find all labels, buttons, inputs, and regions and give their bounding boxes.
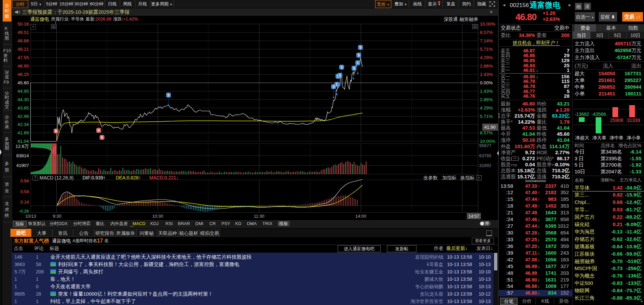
- svg-text:14:00: 14:00: [355, 214, 366, 219]
- svg-text:9:30: 9:30: [53, 214, 61, 219]
- svg-text:42.34: 42.34: [17, 122, 29, 127]
- svg-text:44.30: 44.30: [17, 97, 29, 102]
- svg-text:44.95: 44.95: [17, 89, 29, 94]
- svg-text:4.29%: 4.29%: [480, 55, 493, 60]
- svg-text:95677: 95677: [479, 143, 491, 148]
- svg-text:0.14: 0.14: [20, 200, 29, 205]
- svg-text:S: S: [332, 85, 335, 89]
- svg-text:S: S: [167, 93, 169, 97]
- svg-text:48.86: 48.86: [17, 38, 29, 43]
- svg-text:B: B: [97, 128, 100, 132]
- svg-text:1.43%: 1.43%: [480, 72, 493, 77]
- svg-text:46.90: 46.90: [17, 63, 29, 69]
- svg-text:S: S: [359, 45, 361, 49]
- svg-text:1.43%: 1.43%: [480, 89, 493, 94]
- svg-text:8.57%: 8.57%: [480, 130, 493, 135]
- svg-text:50.16: 50.16: [17, 21, 29, 27]
- svg-text:7.14%: 7.14%: [480, 38, 493, 43]
- svg-text:4.29%: 4.29%: [480, 105, 493, 111]
- svg-text:48.21: 48.21: [17, 47, 29, 52]
- svg-text:10:30: 10:30: [152, 214, 163, 219]
- svg-text:31892: 31892: [479, 163, 491, 168]
- svg-text:41.90: 41.90: [484, 125, 496, 130]
- svg-text:63785: 63785: [479, 153, 491, 158]
- svg-text:5.71%: 5.71%: [480, 114, 493, 119]
- svg-text:83814: 83814: [16, 153, 29, 158]
- svg-text:S: S: [357, 53, 360, 57]
- svg-text:2.86%: 2.86%: [480, 63, 493, 69]
- svg-text:0.94: 0.94: [20, 178, 29, 183]
- svg-text:10/13: 10/13: [25, 214, 36, 219]
- svg-text:12.6万: 12.6万: [15, 144, 29, 149]
- svg-text:42.99: 42.99: [17, 114, 29, 119]
- svg-text:45.60: 45.60: [17, 80, 29, 85]
- svg-text:B: B: [55, 129, 57, 133]
- svg-text:0.00%: 0.00%: [480, 80, 493, 85]
- svg-text:2.86%: 2.86%: [480, 97, 493, 102]
- svg-text:B: B: [101, 135, 103, 139]
- svg-text:49.51: 49.51: [17, 30, 29, 35]
- svg-text:S: S: [340, 65, 343, 69]
- svg-text:14:57: 14:57: [468, 214, 480, 219]
- svg-text:S: S: [353, 66, 355, 70]
- svg-text:5.71%: 5.71%: [480, 47, 493, 52]
- svg-text:47.55: 47.55: [17, 55, 29, 60]
- svg-text:S: S: [339, 73, 341, 77]
- svg-text:46.25: 46.25: [17, 72, 29, 77]
- svg-text:8.57%: 8.57%: [480, 30, 493, 35]
- svg-text:43.65: 43.65: [17, 105, 29, 111]
- svg-text:41907: 41907: [16, 163, 29, 168]
- svg-text:-0.26: -0.26: [19, 209, 29, 214]
- svg-text:41.69: 41.69: [17, 130, 29, 135]
- svg-text:41.04: 41.04: [17, 139, 29, 144]
- svg-text:10.00%: 10.00%: [480, 21, 495, 27]
- svg-text:11:30: 11:30: [254, 214, 264, 219]
- svg-text:0.54: 0.54: [20, 189, 29, 194]
